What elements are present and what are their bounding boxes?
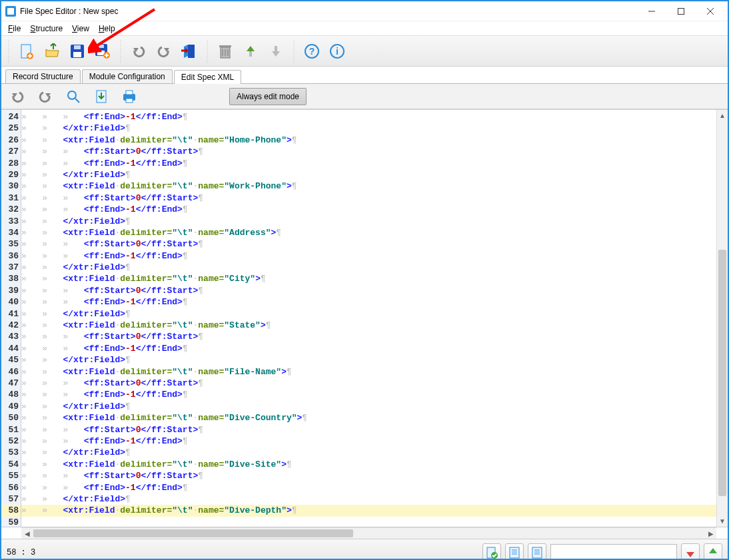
xml-text-area[interactable]: » » » <ff:End>-1</ff:End>¶» » </xtr:Fiel…	[21, 110, 716, 527]
doc-button-1[interactable]	[505, 543, 524, 561]
svg-rect-34	[126, 91, 133, 95]
svg-text:i: i	[336, 46, 339, 57]
main-toolbar: ? i	[1, 36, 728, 67]
svg-rect-14	[98, 45, 104, 48]
svg-rect-38	[510, 547, 519, 558]
menu-view[interactable]: View	[69, 23, 92, 35]
menu-file[interactable]: File	[5, 23, 23, 35]
find-next-button[interactable]	[681, 543, 700, 561]
toolbar-grip-icon	[291, 39, 297, 63]
print-button[interactable]	[117, 85, 141, 109]
save-button[interactable]	[65, 39, 89, 63]
svg-rect-1	[678, 8, 684, 14]
new-button[interactable]	[15, 39, 39, 63]
scroll-right-icon[interactable]: ▶	[705, 528, 716, 539]
download-button[interactable]	[89, 85, 113, 109]
horizontal-scrollbar[interactable]: ◀ ▶	[21, 527, 716, 539]
tab-edit-spec-xml[interactable]: Edit Spec XML	[174, 70, 241, 84]
tab-record-structure[interactable]: Record Structure	[5, 69, 81, 83]
exit-button[interactable]	[177, 39, 201, 63]
menu-help[interactable]: Help	[96, 23, 118, 35]
help-button[interactable]: ?	[300, 39, 324, 63]
vertical-scrollbar[interactable]: ▲ ▼	[716, 110, 728, 527]
app-icon	[5, 6, 16, 17]
svg-rect-20	[219, 45, 231, 47]
redo-button[interactable]	[152, 39, 176, 63]
scroll-left-icon[interactable]: ◀	[21, 528, 33, 539]
find-prev-button[interactable]	[704, 543, 722, 561]
always-edit-mode-button[interactable]: Always edit mode	[229, 88, 307, 105]
svg-rect-10	[73, 52, 81, 57]
move-up-button[interactable]	[239, 39, 263, 63]
doc-button-2[interactable]	[528, 543, 546, 561]
window-title: File Spec Editor : New spec	[20, 7, 118, 16]
tab-module-configuration[interactable]: Module Configuration	[82, 69, 173, 83]
statusbar: 58 : 3	[1, 539, 728, 560]
svg-rect-11	[74, 45, 81, 49]
tabs-row: Record Structure Module Configuration Ed…	[1, 67, 728, 84]
save-as-button[interactable]	[91, 39, 115, 63]
search-button[interactable]	[61, 85, 85, 109]
editor-undo-button[interactable]	[5, 85, 29, 109]
menu-structure[interactable]: Structure	[27, 23, 65, 35]
move-down-button[interactable]	[264, 39, 288, 63]
svg-rect-42	[532, 547, 542, 558]
editor-redo-button[interactable]	[33, 85, 57, 109]
window-close-button[interactable]	[696, 2, 725, 21]
scroll-down-icon[interactable]: ▼	[717, 515, 728, 527]
code-viewport: 2425262728293031323334353637383940414243…	[1, 109, 728, 527]
scroll-up-icon[interactable]: ▲	[717, 110, 728, 121]
menubar: File Structure View Help	[1, 21, 728, 36]
svg-rect-24	[249, 51, 252, 57]
svg-text:?: ?	[309, 46, 315, 57]
line-number-gutter: 2425262728293031323334353637383940414243…	[1, 110, 21, 527]
window-minimize-button[interactable]	[637, 2, 666, 21]
validate-button[interactable]	[482, 543, 501, 561]
vertical-scroll-thumb[interactable]	[718, 250, 726, 496]
window-maximize-button[interactable]	[666, 2, 696, 21]
svg-rect-25	[275, 46, 277, 51]
undo-button[interactable]	[127, 39, 151, 63]
delete-button[interactable]	[213, 39, 237, 63]
svg-point-30	[68, 91, 76, 99]
toolbar-grip-icon	[117, 39, 124, 63]
horizontal-scroll-thumb[interactable]	[33, 529, 353, 537]
open-button[interactable]	[40, 39, 64, 63]
toolbar-grip-icon	[5, 39, 12, 63]
svg-rect-35	[126, 99, 133, 103]
svg-rect-18	[188, 45, 195, 58]
toolbar-grip-icon	[204, 39, 211, 63]
svg-line-31	[75, 99, 79, 103]
caret-position: 58 : 3	[7, 548, 35, 557]
status-search-input[interactable]	[550, 544, 677, 561]
editor-toolbar: Always edit mode	[1, 84, 728, 109]
titlebar: File Spec Editor : New spec	[1, 1, 728, 21]
about-button[interactable]: i	[325, 39, 349, 63]
